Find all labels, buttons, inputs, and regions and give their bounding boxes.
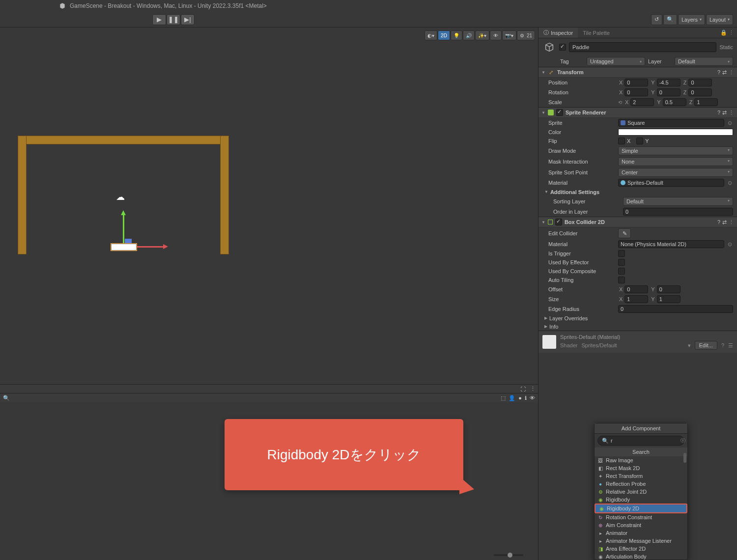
help-icon[interactable]: ? (717, 69, 720, 76)
active-checkbox[interactable] (559, 44, 566, 51)
flip-x[interactable] (618, 138, 625, 144)
scale-x[interactable] (630, 98, 654, 106)
2d-toggle[interactable]: 2D (438, 30, 450, 40)
is-trigger[interactable] (618, 250, 625, 257)
effects-dropdown[interactable]: ✨▾ (475, 30, 489, 40)
transform-header[interactable]: ▼ ⤢ Transform ?⇄⋮ (539, 67, 737, 78)
offset-x[interactable] (624, 285, 648, 293)
sprite-renderer-icon (548, 110, 554, 115)
edit-material-button[interactable]: Edit... (695, 341, 717, 350)
global-search-button[interactable]: 🔍 (663, 14, 677, 25)
rot-y[interactable] (657, 88, 680, 96)
bc-material-field[interactable]: None (Physics Material 2D) (618, 240, 724, 248)
sprite-renderer-enabled[interactable] (556, 109, 563, 116)
search-item-animator[interactable]: ▸Animator (595, 529, 687, 537)
step-button[interactable]: ▶| (181, 14, 195, 25)
shader-dropdown[interactable]: Sprites/Default (581, 342, 683, 348)
console-slider[interactable] (494, 554, 523, 556)
gizmo-y-axis[interactable] (123, 214, 124, 244)
material-header[interactable]: Sprites-Default (Material) Shader Sprite… (539, 331, 737, 353)
sort-point-dropdown[interactable]: Center (618, 168, 733, 177)
mask-interaction-dropdown[interactable]: None (618, 157, 733, 166)
menu-icon[interactable]: ⋮ (729, 69, 734, 76)
search-item-rect-mask-2d[interactable]: ◧Rect Mask 2D (595, 464, 687, 472)
clear-search-icon[interactable]: ⓧ (680, 437, 685, 444)
gizmos-dropdown[interactable]: ⚙21 (517, 30, 535, 40)
edit-collider-button[interactable]: ✎ (618, 228, 631, 238)
search-item-rigidbody[interactable]: ◉Rigidbody (595, 496, 687, 504)
visibility-toggle[interactable]: 👁 (490, 30, 502, 40)
search-item-rigidbody-2d[interactable]: ◉Rigidbody 2D (595, 504, 687, 513)
scale-y[interactable] (663, 98, 686, 106)
search-item-relative-joint-2d[interactable]: ⚙Relative Joint 2D (595, 488, 687, 496)
play-button[interactable]: ▶ (152, 14, 166, 25)
preset-icon[interactable]: ⇄ (722, 69, 727, 76)
pos-y[interactable] (657, 79, 680, 86)
console-icon-2[interactable]: 👤 (509, 395, 515, 401)
scale-z[interactable] (694, 98, 718, 106)
search-item-aim-constraint[interactable]: ⊕Aim Constraint (595, 521, 687, 529)
console-icon-1[interactable]: ⬚ (501, 395, 506, 401)
console-icon-5[interactable]: 👁 (530, 395, 535, 401)
camera-dropdown[interactable]: 📷▾ (502, 30, 516, 40)
rot-z[interactable] (688, 88, 712, 96)
maximize-icon[interactable]: ⛶ (519, 386, 526, 392)
scene-view[interactable]: ◐▾ 2D 💡 🔊 ✨▾ 👁 📷▾ ⚙21 ☁ (0, 28, 538, 384)
pause-button[interactable]: ❚❚ (167, 14, 180, 25)
layout-dropdown[interactable]: Layout (706, 14, 733, 25)
size-y[interactable] (657, 295, 680, 303)
sorting-layer-dropdown[interactable]: Default (623, 197, 733, 206)
component-search-input[interactable] (611, 438, 679, 444)
search-item-rect-transform[interactable]: ✦Rect Transform (595, 472, 687, 480)
used-by-composite[interactable] (618, 268, 625, 275)
search-item-raw-image[interactable]: 🖼Raw Image (595, 456, 687, 464)
scrollbar-thumb[interactable] (683, 453, 686, 463)
layers-dropdown[interactable]: Layers (678, 14, 705, 25)
pos-z[interactable] (688, 79, 712, 86)
wall-top (18, 136, 229, 144)
object-name-field[interactable] (569, 42, 716, 52)
menu-icon[interactable]: ⋮ (529, 386, 536, 392)
sr-material-field[interactable]: Sprites-Default (618, 179, 724, 187)
search-item-articulation-body[interactable]: ◉Articulation Body (595, 553, 687, 560)
search-item-area-effector-2d[interactable]: ◨Area Effector 2D (595, 545, 687, 553)
box-collider-enabled[interactable] (555, 219, 562, 225)
add-component-title[interactable]: Add Component (595, 423, 687, 434)
pos-x[interactable] (624, 79, 648, 86)
console-icon-3[interactable]: ● (518, 395, 522, 401)
search-icon[interactable]: 🔍 (3, 395, 10, 401)
console-icon-4[interactable]: ℹ (525, 395, 527, 401)
box-collider-header[interactable]: ▼ Box Collider 2D ?⇄⋮ (539, 217, 737, 227)
size-x[interactable] (624, 295, 648, 303)
order-in-layer[interactable] (623, 208, 733, 216)
auto-tiling[interactable] (618, 277, 625, 283)
flip-y[interactable] (636, 138, 643, 144)
sprite-field[interactable]: Square (618, 119, 724, 127)
layer-dropdown[interactable]: Default (675, 57, 733, 66)
used-by-effector[interactable] (618, 259, 625, 266)
undo-history-button[interactable]: ↺ (651, 14, 662, 25)
color-field[interactable] (618, 129, 733, 136)
static-dropdown[interactable]: Static (719, 44, 733, 50)
search-item-reflection-probe[interactable]: ●Reflection Probe (595, 480, 687, 488)
gameobject-icon[interactable] (542, 40, 556, 54)
edge-radius[interactable] (618, 305, 733, 313)
tab-tilepalette[interactable]: Tile Palette (578, 28, 615, 38)
tab-inspector[interactable]: ⓘ Inspector (539, 28, 578, 38)
shading-mode-dropdown[interactable]: ◐▾ (425, 30, 437, 40)
search-item-animator-message-listener[interactable]: ▸Animator Message Listener (595, 537, 687, 545)
rot-x[interactable] (624, 88, 648, 96)
search-item-rotation-constraint[interactable]: ↻Rotation Constraint (595, 513, 687, 521)
paddle-object[interactable] (111, 244, 137, 251)
audio-toggle[interactable]: 🔊 (463, 30, 475, 40)
tag-dropdown[interactable]: Untagged (587, 57, 645, 66)
component-search-field[interactable]: 🔍ⓧ (597, 436, 684, 446)
lighting-toggle[interactable]: 💡 (451, 30, 462, 40)
window-title: GameScene - Breakout - Windows, Mac, Lin… (70, 2, 267, 9)
draw-mode-dropdown[interactable]: Simple (618, 146, 733, 155)
sprite-renderer-header[interactable]: ▼ Sprite Renderer ?⇄⋮ (539, 107, 737, 118)
scale-link-icon[interactable]: ⟲ (618, 100, 622, 105)
offset-y[interactable] (657, 285, 680, 293)
sprite-target-icon[interactable]: ⊙ (726, 120, 733, 126)
lock-icon[interactable]: 🔒 ⋮ (717, 28, 737, 38)
